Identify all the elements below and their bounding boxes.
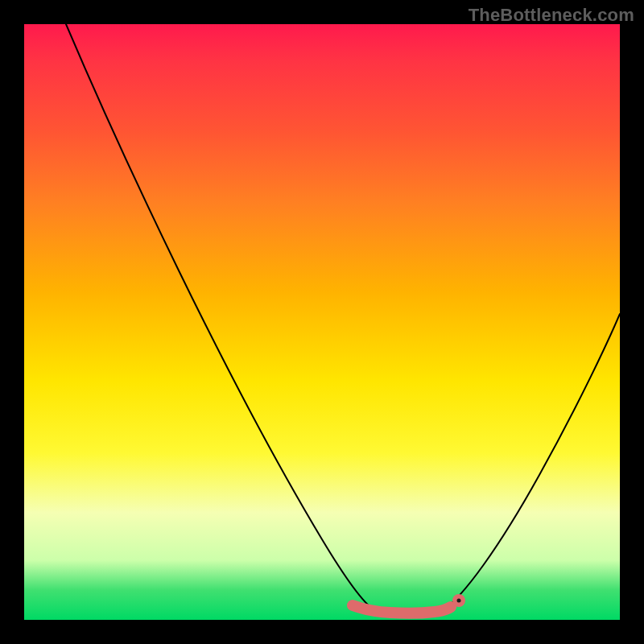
chart-container: TheBottleneck.com <box>0 0 644 644</box>
plot-area <box>24 24 620 620</box>
curve-right-branch <box>443 314 620 610</box>
curve-left-branch <box>66 24 374 610</box>
watermark-text: TheBottleneck.com <box>469 5 634 26</box>
accent-valley-highlight <box>353 605 451 613</box>
curve-overlay <box>24 24 620 620</box>
accent-end-dot-inner <box>457 599 461 603</box>
